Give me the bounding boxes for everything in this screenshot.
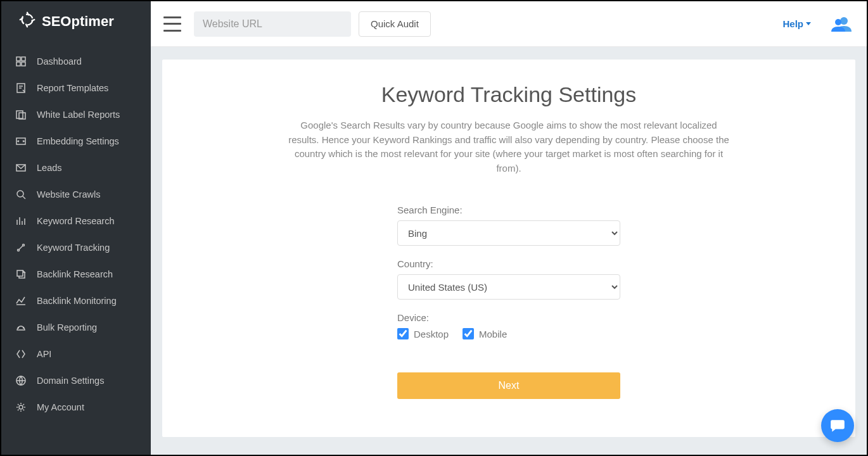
settings-form: Search Engine: Bing Country: United Stat… (397, 205, 620, 399)
user-group-icon[interactable] (831, 15, 852, 33)
sidebar-item-api[interactable]: API (1, 341, 151, 367)
brand-logo[interactable]: SEOptimer (1, 1, 151, 42)
website-url-input[interactable] (194, 11, 351, 37)
sidebar-item-my-account[interactable]: My Account (1, 394, 151, 421)
sidebar-item-keyword-research[interactable]: Keyword Research (1, 208, 151, 234)
page-description: Google's Search Results vary by country … (287, 118, 731, 175)
sidebar-item-report-templates[interactable]: Report Templates (1, 75, 151, 101)
help-dropdown[interactable]: Help (782, 18, 811, 29)
sidebar-item-label: Website Crawls (37, 189, 100, 200)
crawl-icon (15, 189, 27, 200)
device-mobile-label: Mobile (479, 329, 507, 339)
menu-toggle[interactable] (163, 16, 181, 32)
device-desktop-checkbox[interactable] (397, 328, 409, 339)
sidebar-item-label: Backlink Monitoring (37, 296, 117, 306)
api-icon (15, 349, 27, 359)
sidebar-item-domain-settings[interactable]: Domain Settings (1, 367, 151, 394)
sidebar-item-label: Leads (37, 163, 62, 173)
search-engine-label: Search Engine: (397, 205, 620, 215)
backlink-monitor-icon (15, 296, 27, 306)
help-label: Help (782, 18, 803, 29)
brand-name: SEOptimer (42, 13, 114, 30)
sidebar-item-embedding[interactable]: Embedding Settings (1, 128, 151, 155)
sidebar-item-crawls[interactable]: Website Crawls (1, 181, 151, 208)
domain-icon (15, 376, 27, 386)
svg-rect-3 (16, 62, 20, 66)
svg-rect-6 (16, 111, 23, 118)
embed-icon (15, 136, 27, 146)
leads-icon (15, 163, 27, 173)
device-desktop-option[interactable]: Desktop (397, 328, 449, 339)
topbar: Quick Audit Help (151, 1, 867, 47)
sidebar-item-label: Dashboard (37, 56, 82, 66)
sidebar-item-backlink-research[interactable]: Backlink Research (1, 261, 151, 288)
brand-icon (18, 10, 37, 33)
device-mobile-checkbox[interactable] (463, 328, 474, 339)
sidebar-item-label: Backlink Research (37, 269, 113, 279)
sidebar-item-label: API (37, 349, 51, 359)
svg-rect-4 (22, 62, 25, 66)
sidebar-item-dashboard[interactable]: Dashboard (1, 48, 151, 75)
bulk-icon (15, 322, 27, 332)
template-icon (15, 83, 27, 93)
whitelabel-icon (15, 110, 27, 120)
sidebar-item-white-label[interactable]: White Label Reports (1, 101, 151, 128)
sidebar-item-label: Embedding Settings (37, 136, 119, 146)
svg-point-0 (22, 15, 33, 25)
search-engine-select[interactable]: Bing (397, 220, 620, 246)
svg-point-15 (19, 405, 23, 409)
sidebar-item-label: Report Templates (37, 83, 108, 93)
device-desktop-label: Desktop (414, 329, 449, 339)
svg-point-17 (835, 19, 841, 25)
sidebar-item-label: My Account (37, 402, 84, 412)
svg-rect-1 (16, 57, 20, 61)
device-label: Device: (397, 312, 620, 323)
sidebar-nav: Dashboard Report Templates White Label R… (1, 42, 151, 421)
sidebar-item-label: Keyword Tracking (37, 243, 110, 253)
sidebar-item-bulk-reporting[interactable]: Bulk Reporting (1, 314, 151, 341)
svg-point-10 (17, 191, 23, 197)
account-icon (15, 402, 27, 412)
sidebar-item-keyword-tracking[interactable]: Keyword Tracking (1, 234, 151, 261)
device-mobile-option[interactable]: Mobile (463, 328, 507, 339)
dashboard-icon (15, 56, 27, 66)
country-select[interactable]: United States (US) (397, 274, 620, 300)
sidebar-item-leads[interactable]: Leads (1, 155, 151, 181)
settings-card: Keyword Tracking Settings Google's Searc… (162, 60, 855, 437)
sidebar-item-label: Bulk Reporting (37, 322, 97, 332)
tracking-icon (15, 243, 27, 253)
sidebar-item-label: White Label Reports (37, 110, 120, 120)
svg-rect-13 (17, 270, 23, 276)
quick-audit-button[interactable]: Quick Audit (359, 11, 431, 37)
country-label: Country: (397, 258, 620, 269)
sidebar-item-label: Keyword Research (37, 216, 115, 226)
next-button[interactable]: Next (397, 372, 620, 399)
caret-down-icon (806, 22, 811, 25)
research-icon (15, 216, 27, 226)
svg-rect-2 (22, 57, 25, 61)
backlink-research-icon (15, 269, 27, 279)
svg-point-16 (840, 17, 848, 25)
sidebar-item-label: Domain Settings (37, 376, 104, 386)
sidebar-item-backlink-monitoring[interactable]: Backlink Monitoring (1, 288, 151, 314)
chat-widget[interactable] (821, 409, 854, 442)
sidebar: SEOptimer Dashboard Report Templates Whi… (1, 1, 151, 455)
page-title: Keyword Tracking Settings (200, 82, 817, 107)
main: Quick Audit Help Keyword Tracking Settin… (151, 1, 867, 455)
content: Keyword Tracking Settings Google's Searc… (151, 47, 867, 455)
